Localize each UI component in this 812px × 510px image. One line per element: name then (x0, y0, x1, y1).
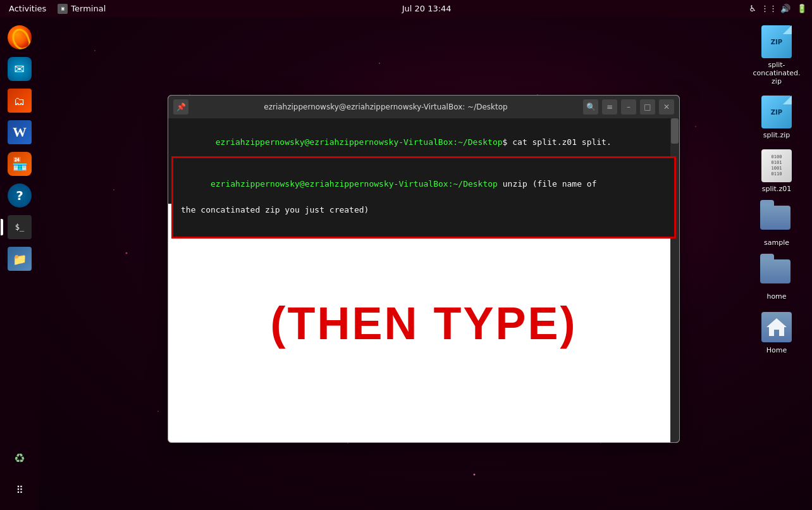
volume-icon[interactable]: 🔊 (780, 4, 790, 14)
terminal-titlebar: 📌 ezriahzippernowsky@ezriahzippernowsky-… (168, 96, 679, 118)
accessibility-icon[interactable]: ♿ (747, 4, 758, 14)
home-folder-icon (760, 259, 790, 283)
desktop-icon-sample[interactable]: sample (751, 203, 802, 247)
writer-icon: W (8, 120, 32, 144)
sidebar-item-trash[interactable]: ♻ (6, 444, 34, 472)
split-zip-label: split.zip (763, 131, 790, 139)
terminal-app-icon: $_ (8, 215, 32, 239)
topbar-right: ♿ ⋮⋮ 🔊 🔋 (747, 4, 807, 14)
files2-icon: 📁 (8, 247, 32, 271)
sidebar-bottom: ♻ ⠿ (6, 444, 34, 504)
sample-folder-icon (760, 206, 790, 230)
desktop-icons: ZIP split-concatinated.zip ZIP split.zip… (751, 25, 802, 354)
terminal-menu-icon: ▣ (58, 4, 68, 14)
sample-label: sample (764, 239, 789, 247)
appstore-icon: 🏪 (8, 152, 32, 176)
home-label: Home (766, 346, 787, 354)
sidebar: ✉ 🗂 W 🏪 ? $_ 📁 ♻ ⠿ (0, 17, 39, 510)
split-z01-img: 0100010110010110 (760, 149, 793, 182)
grid-icon: ⠿ (8, 478, 32, 502)
title-pin-button[interactable]: 📌 (173, 99, 188, 115)
sidebar-item-terminal[interactable]: $_ (6, 213, 34, 241)
sidebar-item-writer[interactable]: W (6, 118, 34, 146)
files-icon: 🗂 (8, 89, 32, 113)
sidebar-item-files[interactable]: 🗂 (6, 87, 34, 115)
home-folder-img (760, 257, 793, 290)
home-house-icon (761, 312, 792, 342)
topbar: Activities ▣ Terminal Jul 20 13:44 ♿ ⋮⋮ … (0, 0, 812, 17)
trash-icon: ♻ (8, 446, 32, 470)
minimize-button[interactable]: – (621, 99, 636, 115)
sample-img (760, 203, 793, 236)
firefox-icon (8, 25, 32, 49)
menu-button[interactable]: ≡ (602, 99, 617, 115)
split-concat-zip-img: ZIP (760, 25, 793, 58)
sidebar-item-firefox[interactable] (6, 23, 34, 51)
zip-file-icon-concat: ZIP (761, 25, 792, 58)
sidebar-item-appstore[interactable]: 🏪 (6, 150, 34, 178)
topbar-left: Activities ▣ Terminal (5, 4, 106, 14)
sidebar-item-grid[interactable]: ⠿ (6, 476, 34, 504)
battery-icon[interactable]: 🔋 (797, 4, 807, 14)
topbar-datetime: Jul 20 13:44 (402, 4, 452, 13)
help-icon: ? (8, 183, 32, 208)
desktop-icon-home-folder[interactable]: home (751, 257, 802, 301)
desktop-icon-home[interactable]: Home (751, 311, 802, 354)
home-img (760, 311, 793, 344)
maximize-button[interactable]: □ (640, 99, 655, 115)
prompt-user-2: ezriahzippernowsky@ezriahzippernowsky-Vi… (211, 179, 498, 189)
svg-marker-0 (766, 318, 787, 336)
split-concat-zip-label: split-concatinated.zip (751, 61, 802, 85)
scrollbar-thumb[interactable] (671, 118, 679, 144)
prompt-user-1: ezriahzippernowsky@ezriahzippernowsky-Vi… (216, 137, 503, 147)
search-button[interactable]: 🔍 (583, 99, 598, 115)
home-folder-label: home (766, 292, 786, 301)
prompt-cmd-3: the concatinated zip you just created) (181, 205, 369, 215)
terminal-white-area: (THEN TYPE) (168, 204, 679, 442)
topbar-terminal-label: ▣ Terminal (58, 4, 106, 14)
split-z01-label: split.z01 (762, 185, 791, 193)
split-zip-img: ZIP (760, 96, 793, 128)
binary-file-icon: 0100010110010110 (761, 149, 792, 182)
activities-button[interactable]: Activities (5, 4, 50, 13)
prompt-dollar-1: $ cat split.z01 split. (503, 137, 612, 147)
desktop-icon-split-concat-zip[interactable]: ZIP split-concatinated.zip (751, 25, 802, 85)
close-button[interactable]: ✕ (659, 99, 674, 115)
sidebar-item-thunderbird[interactable]: ✉ (6, 55, 34, 83)
desktop-icon-split-z01[interactable]: 0100010110010110 split.z01 (751, 149, 802, 193)
terminal-highlight-box: ezriahzippernowsky@ezriahzippernowsky-Vi… (171, 156, 676, 239)
sidebar-item-help[interactable]: ? (6, 182, 34, 209)
terminal-line-1: ezriahzippernowsky@ezriahzippernowsky-Vi… (176, 123, 672, 161)
desktop-icon-split-zip[interactable]: ZIP split.zip (751, 96, 802, 139)
then-type-text: (THEN TYPE) (270, 297, 577, 349)
zip-file-icon-split: ZIP (761, 96, 792, 128)
prompt-cmd-2: unzip (file name of (498, 179, 597, 189)
terminal-body: ezriahzippernowsky@ezriahzippernowsky-Vi… (168, 118, 679, 442)
terminal-window: 📌 ezriahzippernowsky@ezriahzippernowsky-… (168, 95, 680, 443)
thunderbird-icon: ✉ (8, 57, 32, 81)
network-icon[interactable]: ⋮⋮ (764, 4, 774, 14)
terminal-title: ezriahzippernowsky@ezriahzippernowsky-Vi… (192, 103, 579, 111)
sidebar-item-files2[interactable]: 📁 (6, 245, 34, 273)
